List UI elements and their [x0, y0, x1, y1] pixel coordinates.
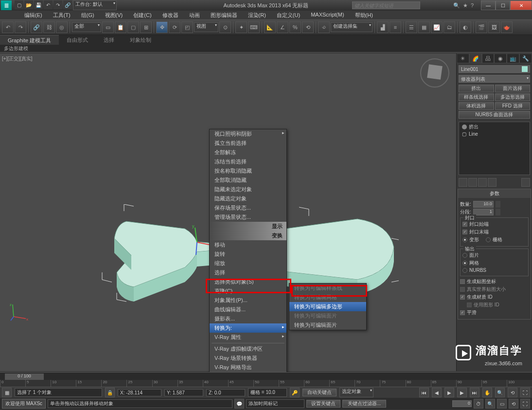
cm-manage-state[interactable]: 管理场景状态... [210, 213, 286, 222]
menu-create[interactable]: 创建(C) [128, 11, 156, 19]
infocenter-icon[interactable]: 🔍 [453, 2, 460, 9]
output-nurbs-radio[interactable] [462, 268, 467, 273]
mirror-icon[interactable]: ▟ [377, 21, 389, 33]
cm-hide-sel[interactable]: 隐藏选定对象 [210, 194, 286, 203]
viewcube[interactable] [420, 58, 449, 88]
time-slider-area[interactable]: 0 / 100 05101520253035404550556065707580… [0, 372, 532, 387]
menu-tools[interactable]: 工具(T) [48, 11, 75, 19]
menu-group[interactable]: 组(G) [76, 11, 99, 19]
app-icon[interactable]: ☰ [1, 0, 12, 10]
selection-filter-dropdown[interactable]: 全部 [72, 22, 101, 32]
menu-graph[interactable]: 图形编辑器 [206, 11, 242, 19]
cm-clone[interactable]: 克隆(C) [210, 286, 286, 296]
refcoord-dropdown[interactable]: 视图 [194, 22, 218, 32]
menu-view[interactable]: 视图(V) [100, 11, 128, 19]
play-next-icon[interactable]: ▶ [457, 388, 467, 397]
sub-edit-mesh[interactable]: 转换为可编辑网格 [289, 293, 366, 302]
cm-unhide-name[interactable]: 按名称取消隐藏 [210, 166, 286, 176]
listener-icon[interactable]: 💬 [234, 399, 244, 409]
spinner-snap-icon[interactable]: ⟲ [302, 21, 314, 33]
qat-save-icon[interactable]: 💾 [34, 0, 43, 9]
btn-extrude[interactable]: 挤出 [459, 85, 494, 92]
close-button[interactable]: ✕ [510, 0, 532, 10]
viewport-label[interactable]: [+][正交][真实] [2, 55, 33, 62]
angle-snap-icon[interactable]: ∠ [277, 21, 288, 33]
keymode-dropdown[interactable]: 选定对象 [339, 388, 373, 397]
time-ruler[interactable]: 0510152025303540455055606570758085909510… [0, 380, 532, 387]
object-color-swatch[interactable] [522, 66, 528, 72]
help-search-input[interactable] [352, 1, 420, 9]
modifier-list-dropdown[interactable]: 修改器列表 [459, 75, 530, 83]
nav-max2-icon[interactable]: ⛶ [520, 399, 530, 409]
cap-end-checkbox[interactable]: ✓ [462, 230, 467, 234]
pivot-icon[interactable]: ⊙ [219, 21, 231, 33]
nav-max-icon[interactable]: ⛶ [520, 388, 530, 397]
cm-save-state[interactable]: 保存场景状态... [210, 203, 286, 213]
redo-icon[interactable]: ↷ [15, 21, 26, 33]
nav-orbit2-icon[interactable]: ⟲ [509, 399, 518, 409]
cm-curve-editor[interactable]: 曲线编辑器... [210, 305, 286, 314]
nav-zoom-icon[interactable]: 🔍 [495, 388, 505, 397]
menu-maxscript[interactable]: MAXScript(M) [306, 11, 349, 19]
play-end-icon[interactable]: ⏭ [470, 388, 479, 397]
cm-unfreeze-all[interactable]: 全部解冻 [210, 148, 286, 157]
btn-ffd-select[interactable]: FFD 选择 [495, 102, 531, 110]
btn-poly-select[interactable]: 多边形选择 [495, 93, 531, 101]
smooth-checkbox[interactable]: ✓ [460, 310, 465, 315]
cm-vray-1[interactable]: V-Ray 场景转换器 [210, 354, 286, 363]
coord-z[interactable]: Z: 0.0 [206, 389, 245, 396]
cm-freeze-sel[interactable]: 冻结当前选择 [210, 157, 286, 166]
coord-x[interactable]: X: -28.114 [118, 389, 161, 396]
qat-open-icon[interactable]: 📂 [24, 0, 33, 9]
bind-icon[interactable]: ◎ [56, 21, 68, 33]
qat-undo-icon[interactable]: ↶ [44, 0, 53, 9]
select-icon[interactable]: ▭ [102, 21, 114, 33]
time-config-icon[interactable]: ⏱ [474, 399, 483, 409]
ribbon-tab-selection[interactable]: 选择 [96, 35, 122, 45]
cm-dope-sheet[interactable]: 摄影表... [210, 314, 286, 323]
sub-edit-spline[interactable]: 转换为可编辑样条线 [289, 284, 366, 293]
workspace-dropdown[interactable]: 工作台: 默认 [73, 0, 117, 10]
star-icon[interactable]: ★ [463, 2, 468, 9]
gen-map-checkbox[interactable] [460, 279, 465, 284]
qat-new-icon[interactable]: ▢ [15, 0, 23, 9]
cm-unhide-all[interactable]: 全部取消隐藏 [210, 176, 286, 185]
cm-viewport-lighting[interactable]: 视口照明和阴影 [210, 129, 286, 139]
menu-edit[interactable]: 编辑(E) [19, 11, 47, 19]
lock-selection-icon[interactable]: 🔒 [105, 388, 115, 397]
sub-edit-patch[interactable]: 转换为可编辑面片 [289, 311, 366, 321]
cm-convert-to[interactable]: 转换为: [210, 323, 286, 333]
unique-icon[interactable] [478, 178, 487, 187]
amount-spin-btns[interactable] [496, 201, 500, 208]
time-slider[interactable]: 0 / 100 [5, 374, 44, 380]
move-icon[interactable]: ✥ [156, 21, 168, 33]
nav-pan-icon[interactable]: ✋ [482, 388, 492, 397]
cm-properties[interactable]: 对象属性(P)... [210, 296, 286, 305]
btn-nurbs-select[interactable]: NURBS 曲面选择 [459, 111, 530, 119]
btn-vol-select[interactable]: 体积选择 [459, 102, 494, 110]
select-region-icon[interactable]: ▢ [127, 21, 139, 33]
nav-zoom2-icon[interactable]: 🔍 [485, 399, 495, 409]
create-tab-icon[interactable]: ✳ [457, 53, 469, 63]
modifier-stack[interactable]: 挤出 ▢Line [459, 122, 530, 175]
window-crossing-icon[interactable]: ⊞ [140, 21, 152, 33]
undo-icon[interactable]: ↶ [2, 21, 14, 33]
unlink-icon[interactable]: ⛓ [43, 21, 55, 33]
minimize-button[interactable]: — [481, 0, 496, 10]
menu-render[interactable]: 渲染(R) [243, 11, 271, 19]
menu-custom[interactable]: 自定义(U) [272, 11, 305, 19]
play-icon[interactable]: ▶ [444, 388, 454, 397]
cm-vray-props[interactable]: V-Ray 属性 [210, 333, 286, 342]
render-icon[interactable]: 🫖 [501, 21, 513, 33]
morph-radio[interactable] [462, 237, 467, 242]
percent-snap-icon[interactable]: % [289, 21, 301, 33]
selection-set-icon[interactable]: ꩜ [318, 21, 330, 33]
setkey-button[interactable]: 设置关键点 [306, 400, 340, 408]
schematic-icon[interactable]: 🗂 [443, 21, 455, 33]
grid-radio[interactable] [486, 237, 491, 242]
rollout-params-header[interactable]: 参数 [458, 189, 531, 198]
utilities-tab-icon[interactable]: 🔧 [519, 53, 532, 63]
time-frame-spinner[interactable]: 0 [452, 400, 472, 407]
hierarchy-tab-icon[interactable]: 品 [482, 53, 495, 63]
align-icon[interactable]: ≡ [390, 21, 401, 33]
